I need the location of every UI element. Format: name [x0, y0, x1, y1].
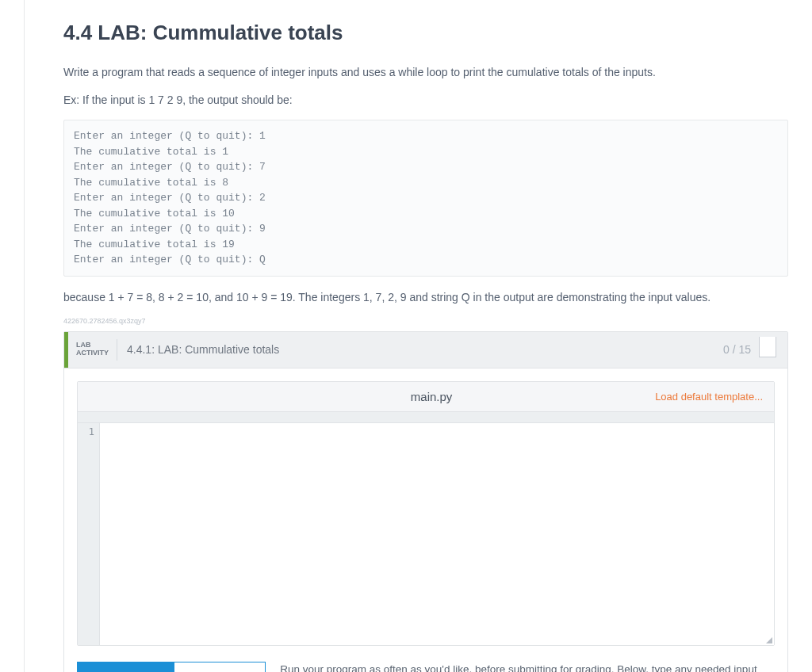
lab-title: 4.4.1: LAB: Cummulative totals [117, 343, 723, 356]
intro-paragraph-1: Write a program that reads a sequence of… [63, 64, 788, 81]
page-title: 4.4 LAB: Cummulative totals [63, 21, 788, 45]
editor-gutter: 1 [78, 423, 100, 645]
lab-score: 0 / 15 [723, 343, 759, 356]
resize-handle-icon[interactable] [766, 637, 772, 643]
load-default-template-link[interactable]: Load default template... [655, 391, 763, 403]
editor-top-band [78, 412, 774, 423]
example-output-block: Enter an integer (Q to quit): 1 The cumu… [63, 120, 788, 277]
mode-help-text: Run your program as often as you'd like,… [280, 662, 775, 673]
line-number-1: 1 [78, 426, 94, 437]
lab-activity-badge: LAB ACTIVITY [68, 339, 117, 361]
bookmark-icon[interactable] [759, 337, 776, 357]
intro-paragraph-2: Ex: If the input is 1 7 2 9, the output … [63, 92, 788, 109]
editor-filename: main.py [208, 390, 655, 403]
code-editor: main.py Load default template... 1 [77, 381, 775, 646]
lab-header: LAB ACTIVITY 4.4.1: LAB: Cummulative tot… [64, 332, 787, 368]
mode-toggle: Develop mode Submit mode [77, 662, 266, 673]
explanation-paragraph: because 1 + 7 = 8, 8 + 2 = 10, and 10 + … [63, 289, 788, 306]
instance-id: 422670.2782456.qx3zqy7 [63, 317, 788, 325]
lab-activity-box: LAB ACTIVITY 4.4.1: LAB: Cummulative tot… [63, 331, 788, 673]
lab-badge-line2: ACTIVITY [76, 349, 109, 357]
mode-help-pre: Run your program as often as you'd like,… [280, 663, 756, 673]
develop-mode-button[interactable]: Develop mode [77, 662, 174, 673]
code-input[interactable] [100, 423, 774, 645]
submit-mode-button[interactable]: Submit mode [174, 662, 266, 673]
